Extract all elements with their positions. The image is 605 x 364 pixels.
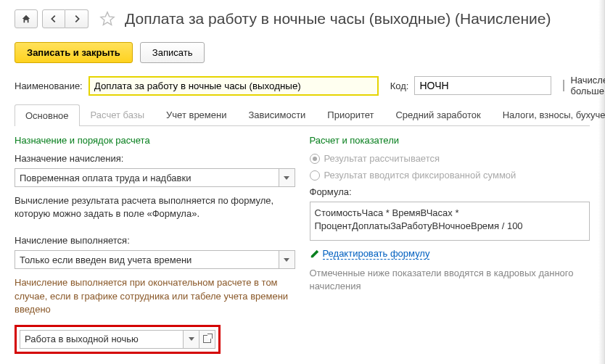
radio-result-calculated[interactable]: Результат рассчитывается [310, 153, 590, 164]
tab-bar: Основное Расчет базы Учет времени Зависи… [15, 104, 590, 126]
highlighted-time-type-box: Работа в выходной ночью [15, 325, 221, 354]
purpose-label: Назначение начисления: [15, 153, 295, 164]
open-icon [203, 335, 211, 343]
extra-checkbox[interactable] [563, 80, 564, 91]
code-label: Код: [390, 80, 409, 91]
purpose-value: Повременная оплата труда и надбавки [15, 173, 279, 183]
save-button[interactable]: Записать [140, 42, 205, 63]
code-input[interactable] [414, 76, 551, 95]
back-button[interactable] [42, 9, 65, 28]
exec-value: Только если введен вид учета времени [15, 255, 279, 265]
page-title: Доплата за работу в ночные часы (выходны… [125, 10, 551, 28]
exec-dropdown-button[interactable] [279, 251, 295, 268]
chevron-down-icon [284, 258, 289, 262]
time-type-open-button[interactable] [199, 331, 215, 348]
edit-formula-text: Редактировать формулу [323, 248, 430, 260]
pencil-icon [310, 249, 320, 259]
radio-icon [310, 154, 320, 164]
tab-base[interactable]: Расчет базы [80, 104, 156, 125]
forward-button[interactable] [65, 9, 89, 28]
formula-box: СтоимостьЧаса * ВремяВЧасах * ПроцентДоп… [310, 202, 590, 241]
edit-formula-link[interactable]: Редактировать формулу [310, 248, 590, 260]
chevron-down-icon [284, 176, 289, 180]
formula-description: Вычисление результата расчета выполняетс… [15, 194, 295, 220]
tab-taxes[interactable]: Налоги, взносы, бухучет [492, 104, 605, 125]
radio1-label: Результат рассчитывается [324, 153, 440, 164]
indicators-note: Отмеченные ниже показатели вводятся в ка… [310, 267, 590, 293]
radio2-label: Результат вводится фиксированной суммой [324, 170, 516, 181]
name-input[interactable] [89, 76, 379, 96]
tab-main[interactable]: Основное [15, 104, 80, 126]
tab-average[interactable]: Средний заработок [384, 104, 491, 125]
time-type-dropdown-button[interactable] [183, 331, 199, 348]
radio-result-fixed[interactable]: Результат вводится фиксированной суммой [310, 170, 590, 181]
name-label: Наименование: [15, 80, 83, 91]
favorite-star-icon[interactable] [97, 9, 118, 29]
exec-select[interactable]: Только если введен вид учета времени [15, 250, 295, 269]
home-button[interactable] [15, 9, 38, 28]
purpose-select[interactable]: Повременная оплата труда и надбавки [15, 168, 295, 187]
tab-priority[interactable]: Приоритет [316, 104, 384, 125]
time-type-select[interactable]: Работа в выходной ночью [20, 330, 215, 349]
chevron-down-icon [189, 337, 194, 341]
left-section-title: Назначение и порядок расчета [15, 135, 295, 146]
save-and-close-button[interactable]: Записать и закрыть [15, 42, 133, 63]
tab-time[interactable]: Учет времени [155, 104, 237, 125]
right-section-title: Расчет и показатели [310, 135, 590, 146]
purpose-dropdown-button[interactable] [279, 169, 295, 186]
radio-icon [310, 170, 320, 181]
exec-label: Начисление выполняется: [15, 235, 295, 246]
extra-label: Начисление больше [570, 75, 605, 96]
time-type-value: Работа в выходной ночью [20, 334, 183, 344]
exec-note: Начисление выполняется при окончательном… [15, 276, 295, 316]
tab-deps[interactable]: Зависимости [237, 104, 316, 125]
formula-label: Формула: [310, 186, 590, 197]
